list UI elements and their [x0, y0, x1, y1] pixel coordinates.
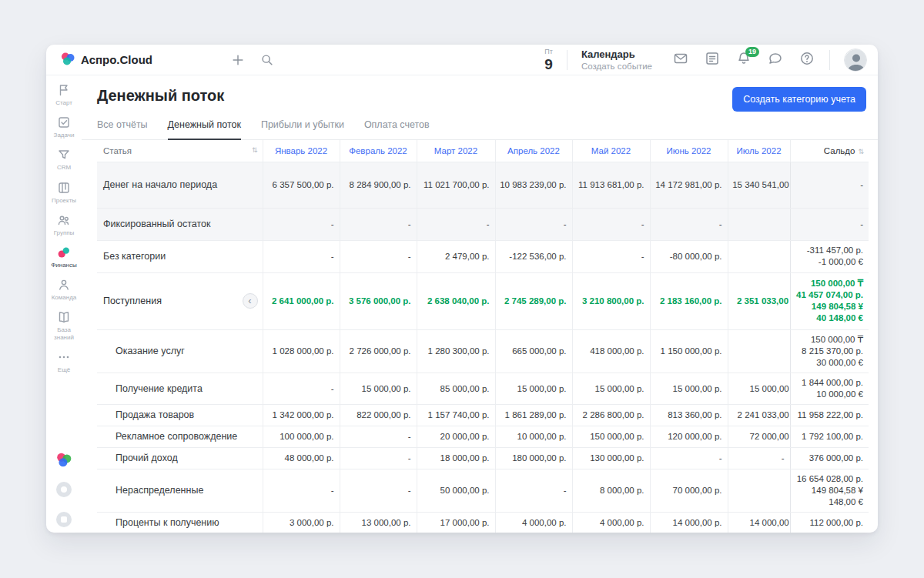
saldo-cell: 1 844 000,00 р.10 000,00 € [790, 373, 869, 404]
saldo-cell: 11 958 222,00 р. [790, 404, 869, 426]
create-category-button[interactable]: Создать категорию учета [732, 87, 866, 112]
tab-invoices[interactable]: Оплата счетов [364, 119, 430, 140]
collapse-group-button[interactable]: ‹ [243, 293, 258, 309]
tab-profit-loss[interactable]: Прибыли и убытки [261, 119, 344, 140]
table-row[interactable]: Рекламное сопровождение100 000,00 р.-20 … [97, 426, 869, 447]
cell-value: 2 479,00 р. [417, 240, 495, 272]
column-header-month[interactable]: Март 2022 [417, 140, 495, 162]
product-logo-1-icon[interactable] [55, 481, 72, 498]
column-header-month[interactable]: Июль 2022 [728, 140, 790, 162]
aspro-color-logo-icon[interactable] [55, 451, 72, 468]
calendar-date[interactable]: Пт 9 [544, 48, 553, 72]
row-label: Рекламное сопровождение [116, 431, 237, 442]
table-row[interactable]: Денег на начало периода6 357 500,00 р.8 … [97, 162, 869, 208]
sidebar-item-tasks[interactable]: Задачи [46, 115, 82, 139]
table-row[interactable]: Проценты к получению3 000,00 р.13 000,00… [97, 512, 869, 533]
tab-all-reports[interactable]: Все отчёты [97, 119, 148, 140]
row-label-cell: Нераспределенные [97, 469, 263, 512]
cell-value: - [340, 426, 417, 447]
saldo-cell: - [790, 162, 869, 208]
sidebar-item-groups[interactable]: Группы [46, 213, 82, 236]
table-row[interactable]: Без категории--2 479,00 р.-122 536,00 р.… [97, 240, 869, 272]
cell-value: - [263, 208, 340, 240]
column-header-month[interactable]: Июнь 2022 [650, 140, 728, 162]
sort-arrows-icon[interactable]: ⇅ [858, 148, 864, 155]
sidebar-item-label: CRM [55, 164, 72, 171]
saldo-line: 112 000,00 р. [792, 517, 864, 529]
tab-cash-flow[interactable]: Денежный поток [168, 119, 241, 140]
cell-value: 822 000,00 р. [340, 404, 417, 426]
table-row[interactable]: Фиксированный остаток------- [97, 208, 869, 240]
brand[interactable]: Аспро.Cloud [60, 51, 152, 69]
cell-value: 85 000,00 р. [417, 373, 495, 404]
cell-value: 3 000,00 р. [263, 512, 340, 533]
tasks-icon [57, 115, 71, 129]
row-label-cell: Поступления‹ [97, 272, 263, 329]
product-logo-2-icon[interactable] [55, 511, 72, 528]
sort-arrows-icon[interactable]: ⇅ [252, 146, 258, 154]
table-row[interactable]: Продажа товаров1 342 000,00 р.822 000,00… [97, 404, 869, 426]
saldo-line: - [792, 179, 864, 191]
team-icon [57, 278, 71, 292]
sidebar-item-crm[interactable]: CRM [46, 148, 82, 171]
bell-button[interactable]: 19 [735, 52, 752, 68]
sidebar-item-team[interactable]: Команда [46, 278, 82, 301]
row-label-cell: Оказание услуг [97, 329, 263, 373]
sidebar-item-label: Ещё [56, 366, 72, 373]
cell-value: 665 000,00 р. [495, 329, 572, 373]
table-row[interactable]: Поступления‹2 641 000,00 р.3 576 000,00 … [97, 272, 869, 329]
chat-icon [768, 51, 783, 68]
create-event-link[interactable]: Создать событие [581, 62, 652, 71]
cell-value: 48 000,00 р. [263, 447, 340, 469]
user-avatar[interactable] [844, 48, 867, 72]
calendar-widget[interactable]: Календарь Создать событие [581, 48, 652, 71]
saldo-line: -311 457,00 р. [792, 245, 864, 256]
sidebar-item-label: Команда [50, 294, 79, 301]
search-button[interactable] [257, 50, 277, 70]
cell-value: 180 000,00 р. [495, 447, 572, 469]
row-label: Денег на начало периода [103, 179, 217, 190]
row-label-cell: Без категории [97, 240, 263, 272]
help-button[interactable] [798, 52, 815, 68]
cell-value: 8 284 900,00 р. [340, 162, 417, 208]
cell-value: 70 000,00 р. [650, 469, 728, 512]
cell-value [728, 240, 790, 272]
cell-value: - [340, 208, 417, 240]
row-label: Прочий доход [116, 453, 178, 463]
quick-add-button[interactable] [228, 50, 248, 70]
app-body: СтартЗадачиCRMПроектыГруппыФинансыКоманд… [46, 75, 878, 533]
sidebar-bottom-logos [55, 451, 72, 533]
table-row[interactable]: Оказание услуг1 028 000,00 р.2 726 000,0… [97, 329, 869, 373]
table-row[interactable]: Прочий доход48 000,00 р.-18 000,00 р.180… [97, 447, 869, 469]
saldo-line: 41 457 074,00 р. [792, 289, 864, 301]
app-window: Аспро.Cloud Пт 9 Календарь Создать событ… [46, 45, 878, 533]
sidebar-items: СтартЗадачиCRMПроектыГруппыФинансыКоманд… [46, 83, 82, 383]
topbar-left: Аспро.Cloud [60, 50, 277, 70]
mail-button[interactable] [672, 52, 689, 68]
column-header-month[interactable]: Февраль 2022 [340, 140, 417, 162]
notes-button[interactable] [704, 52, 721, 68]
column-header-month[interactable]: Апрель 2022 [495, 140, 572, 162]
chat-button[interactable] [767, 52, 784, 68]
column-header-saldo[interactable]: Сальдо⇅ [790, 140, 869, 162]
sidebar-item-start[interactable]: Старт [46, 83, 82, 106]
divider [567, 50, 567, 70]
column-header-month[interactable]: Май 2022 [572, 140, 650, 162]
cell-value: 2 745 289,00 р. [495, 272, 572, 329]
cell-value: 4 000,00 р. [495, 512, 572, 533]
sidebar-item-more[interactable]: Ещё [46, 350, 82, 373]
sidebar-item-knowledge-base[interactable]: База знаний [46, 310, 82, 340]
saldo-cell: 150 000,00 ₸41 457 074,00 р.149 804,58 ¥… [790, 272, 869, 329]
saldo-line: 10 000,00 € [792, 389, 864, 400]
column-header-month[interactable]: Январь 2022 [263, 140, 340, 162]
sidebar-item-finance[interactable]: Финансы [46, 246, 82, 269]
cell-value: 14 000,00 р. [728, 512, 790, 533]
table-row[interactable]: Получение кредита-15 000,00 р.85 000,00 … [97, 373, 869, 404]
saldo-cell: 1 792 100,00 р. [790, 426, 869, 447]
table-row[interactable]: Нераспределенные--50 000,00 р.-8 000,00 … [97, 469, 869, 512]
row-label: Фиксированный остаток [103, 219, 210, 229]
saldo-line: 149 804,58 ¥ [792, 485, 864, 496]
sidebar-item-projects[interactable]: Проекты [46, 181, 82, 204]
cell-value: - [263, 469, 340, 512]
cell-value: - [340, 447, 417, 469]
